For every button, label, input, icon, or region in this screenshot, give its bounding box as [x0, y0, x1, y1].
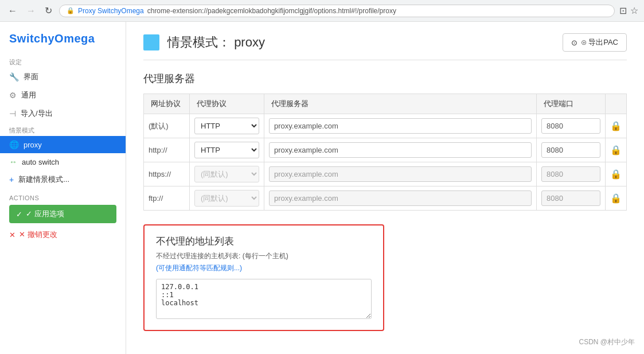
url-protocol-cell: (默认) — [144, 114, 190, 138]
app-logo: SwitchyOmega — [0, 28, 126, 55]
extension-name: Proxy SwitchyOmega — [78, 7, 144, 15]
proxy-server-cell — [264, 138, 537, 162]
proxy-server-cell — [264, 114, 537, 138]
lock-cell[interactable]: 🔒 — [606, 114, 627, 138]
proxy-protocol-select[interactable]: HTTPHTTPSSOCKS4SOCKS5(同默认) — [194, 118, 259, 134]
proxy-port-cell — [537, 162, 606, 186]
bookmark-icon[interactable]: ☆ — [630, 5, 638, 16]
proxy-port-input[interactable] — [541, 190, 600, 206]
sidebar-item-interface[interactable]: 🔧 界面 — [0, 68, 126, 86]
cancel-button-label: ✕ 撤销更改 — [19, 229, 57, 240]
proxy-protocol-select[interactable]: HTTPHTTPSSOCKS4SOCKS5(同默认) — [194, 142, 259, 158]
app-container: SwitchyOmega 设定 🔧 界面 ⚙ 通用 ⊣ 导入/导出 情景模式 🌐… — [0, 22, 644, 354]
export-pac-button[interactable]: ⊙ ⊙ 导出PAC — [563, 33, 627, 52]
col-header-lock — [606, 94, 627, 114]
proxy-protocol-cell: HTTPHTTPSSOCKS4SOCKS5(同默认) — [190, 162, 264, 186]
cancel-button[interactable]: ✕ ✕ 撤销更改 — [0, 225, 126, 244]
add-icon: + — [9, 175, 14, 184]
proxy-server-input[interactable] — [269, 166, 532, 182]
refresh-button[interactable]: ↻ — [42, 4, 54, 17]
table-row: http://HTTPHTTPSSOCKS4SOCKS5(同默认)🔒 — [144, 138, 627, 162]
no-proxy-title: 不代理的地址列表 — [156, 235, 372, 248]
browser-chrome: ← → ↻ 🔒 Proxy SwitchyOmega chrome-extens… — [0, 0, 644, 22]
cast-icon[interactable]: ⊡ — [619, 5, 627, 16]
check-icon: ✓ — [16, 210, 22, 219]
table-row: ftp://HTTPHTTPSSOCKS4SOCKS5(同默认)🔒 — [144, 186, 627, 211]
main-content: 情景模式： proxy ⊙ ⊙ 导出PAC 代理服务器 网址协议 代理协议 代理… — [126, 22, 644, 354]
table-row: (默认)HTTPHTTPSSOCKS4SOCKS5(同默认)🔒 — [144, 114, 627, 138]
gear-icon: ⚙ — [9, 91, 17, 100]
proxy-section-title: 代理服务器 — [143, 72, 627, 85]
forward-button[interactable]: → — [24, 5, 38, 17]
no-proxy-section: 不代理的地址列表 不经过代理连接的主机列表: (每行一个主机) (可使用通配符等… — [143, 224, 384, 331]
url-protocol-cell: https:// — [144, 162, 190, 186]
browser-actions: ⊡ ☆ — [619, 5, 638, 16]
no-proxy-textarea[interactable] — [156, 279, 372, 319]
sidebar-item-import-export-label: 导入/导出 — [21, 108, 53, 119]
no-proxy-desc: 不经过代理连接的主机列表: (每行一个主机) — [156, 251, 372, 261]
footer-watermark: CSDN @村中少年 — [579, 337, 635, 347]
sidebar-item-general-label: 通用 — [21, 90, 36, 100]
sidebar-item-new-profile-label: 新建情景模式... — [18, 174, 69, 185]
col-header-server: 代理服务器 — [264, 94, 537, 114]
sidebar-item-proxy-label: proxy — [24, 141, 42, 149]
sidebar-item-auto-switch-label: auto switch — [22, 158, 59, 166]
profiles-section-label: 情景模式 — [0, 123, 126, 136]
switch-icon: ↔ — [9, 157, 17, 166]
sidebar: SwitchyOmega 设定 🔧 界面 ⚙ 通用 ⊣ 导入/导出 情景模式 🌐… — [0, 22, 126, 354]
lock-cell[interactable]: 🔒 — [606, 138, 627, 162]
proxy-server-input[interactable] — [269, 118, 532, 134]
apply-button-label: ✓ 应用选项 — [26, 209, 64, 219]
globe-icon: 🌐 — [9, 140, 19, 149]
apply-button[interactable]: ✓ ✓ 应用选项 — [9, 205, 116, 223]
sidebar-item-proxy[interactable]: 🌐 proxy — [0, 136, 126, 153]
col-header-port: 代理端口 — [537, 94, 606, 114]
col-header-protocol: 代理协议 — [190, 94, 264, 114]
import-icon: ⊣ — [9, 109, 16, 118]
proxy-server-input[interactable] — [269, 142, 532, 158]
sidebar-item-general[interactable]: ⚙ 通用 — [0, 86, 126, 104]
table-row: https://HTTPHTTPSSOCKS4SOCKS5(同默认)🔒 — [144, 162, 627, 186]
actions-section-label: ACTIONS — [0, 189, 126, 203]
export-icon: ⊙ — [571, 38, 577, 47]
security-icon: 🔒 — [67, 7, 75, 14]
proxy-server-input[interactable] — [269, 190, 532, 206]
proxy-port-input[interactable] — [541, 118, 600, 134]
profile-color-indicator — [143, 34, 159, 50]
sidebar-item-new-profile[interactable]: + 新建情景模式... — [0, 170, 126, 189]
address-bar[interactable]: 🔒 Proxy SwitchyOmega chrome-extension://… — [59, 5, 615, 17]
page-title: 情景模式： proxy — [167, 34, 265, 51]
cancel-icon: ✕ — [9, 231, 15, 239]
sidebar-item-import-export[interactable]: ⊣ 导入/导出 — [0, 104, 126, 123]
proxy-protocol-cell: HTTPHTTPSSOCKS4SOCKS5(同默认) — [190, 138, 264, 162]
proxy-port-cell — [537, 186, 606, 211]
col-header-url: 网址协议 — [144, 94, 190, 114]
proxy-port-input[interactable] — [541, 142, 600, 158]
proxy-port-cell — [537, 114, 606, 138]
lock-cell[interactable]: 🔒 — [606, 186, 627, 211]
settings-section-label: 设定 — [0, 55, 126, 68]
sidebar-item-interface-label: 界面 — [24, 72, 38, 82]
proxy-protocol-cell: HTTPHTTPSSOCKS4SOCKS5(同默认) — [190, 186, 264, 211]
url-protocol-cell: http:// — [144, 138, 190, 162]
proxy-port-cell — [537, 138, 606, 162]
proxy-protocol-cell: HTTPHTTPSSOCKS4SOCKS5(同默认) — [190, 114, 264, 138]
back-button[interactable]: ← — [6, 5, 19, 17]
proxy-server-cell — [264, 162, 537, 186]
proxy-port-input[interactable] — [541, 166, 600, 182]
proxy-server-cell — [264, 186, 537, 211]
proxy-protocol-select[interactable]: HTTPHTTPSSOCKS4SOCKS5(同默认) — [194, 166, 259, 182]
proxy-table: 网址协议 代理协议 代理服务器 代理端口 (默认)HTTPHTTPSSOCKS4… — [143, 94, 627, 211]
url-protocol-cell: ftp:// — [144, 186, 190, 211]
no-proxy-wildcards-link[interactable]: (可使用通配符等匹配规则...) — [156, 263, 372, 273]
wrench-icon: 🔧 — [9, 72, 19, 81]
proxy-protocol-select[interactable]: HTTPHTTPSSOCKS4SOCKS5(同默认) — [194, 190, 259, 207]
page-header-left: 情景模式： proxy — [143, 34, 265, 51]
lock-cell[interactable]: 🔒 — [606, 162, 627, 186]
page-header: 情景模式： proxy ⊙ ⊙ 导出PAC — [143, 33, 627, 60]
url-text: chrome-extension://padekgcemlokbadohgkif… — [147, 7, 396, 15]
sidebar-item-auto-switch[interactable]: ↔ auto switch — [0, 153, 126, 170]
export-pac-label: ⊙ 导出PAC — [581, 37, 618, 48]
